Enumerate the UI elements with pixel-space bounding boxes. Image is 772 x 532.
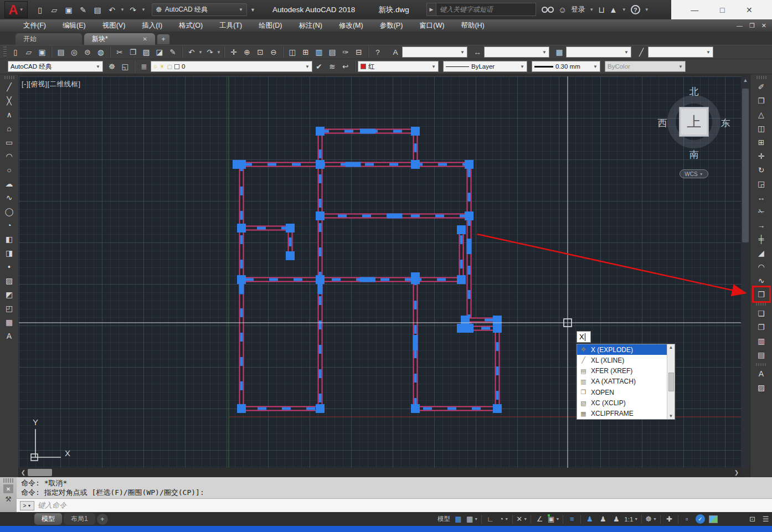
- menu-m[interactable]: 修改(M): [339, 21, 363, 30]
- lineweight-combo[interactable]: 0.30 mm ▼: [532, 61, 600, 72]
- viewcube-north[interactable]: 北: [687, 85, 701, 98]
- text-to-front-icon[interactable]: A: [754, 367, 769, 380]
- revision-cloud-icon[interactable]: ☁: [2, 177, 17, 190]
- publish-icon[interactable]: ⊜: [81, 46, 94, 58]
- mleader-style-combo[interactable]: ▼: [648, 47, 713, 58]
- new-icon[interactable]: ▯: [9, 46, 22, 58]
- object-snap-tracking-icon[interactable]: ∠: [533, 513, 546, 525]
- viewcube-west[interactable]: 西: [656, 117, 669, 130]
- tab-model[interactable]: 模型: [34, 513, 62, 525]
- mleader-style-icon[interactable]: ╱: [635, 46, 648, 58]
- text-style-combo[interactable]: ▼: [402, 47, 467, 58]
- rectangle-icon[interactable]: ▭: [2, 136, 17, 148]
- export-dwf-icon[interactable]: ◍: [94, 46, 107, 58]
- tool-palettes-icon[interactable]: ▥: [312, 46, 326, 58]
- trim-icon[interactable]: ✁: [754, 205, 769, 218]
- minimize-button[interactable]: —: [691, 6, 698, 14]
- scroll-thumb[interactable]: [668, 373, 674, 391]
- doc-restore-button[interactable]: ❐: [749, 22, 755, 29]
- annotation-scale-icon[interactable]: ♟: [610, 513, 622, 525]
- signin-dropdown-icon[interactable]: ▼: [589, 7, 594, 12]
- vertical-scrollbar[interactable]: ▲: [741, 76, 750, 468]
- explode-icon[interactable]: ❒: [754, 288, 769, 301]
- send-to-back-icon[interactable]: ❐: [754, 321, 769, 333]
- send-under-objects-icon[interactable]: ▤: [754, 348, 769, 361]
- scroll-right-icon[interactable]: ❯: [732, 469, 741, 476]
- mirror-icon[interactable]: △: [754, 108, 769, 121]
- hatch-to-back-icon[interactable]: ▨: [754, 381, 769, 394]
- menu-t[interactable]: 工具(T): [219, 21, 242, 30]
- toolbar-grip[interactable]: [4, 76, 14, 79]
- command-autocomplete-input[interactable]: X: [577, 331, 591, 343]
- redo-icon[interactable]: ↷: [126, 3, 140, 17]
- scroll-up-icon[interactable]: ▲: [743, 76, 748, 84]
- extend-icon[interactable]: →: [754, 219, 769, 231]
- workspace-settings-gear-icon[interactable]: ☸: [105, 60, 119, 73]
- toolbar-grip[interactable]: [756, 76, 766, 79]
- annotation-autoscale-icon[interactable]: ♟: [596, 513, 609, 525]
- popup-scrollbar[interactable]: ▲ ▼: [667, 344, 675, 419]
- quickcalc-icon[interactable]: ⊟: [352, 46, 366, 58]
- ellipse-arc-icon[interactable]: ◔: [2, 219, 17, 231]
- make-layer-current-icon[interactable]: ✔: [312, 60, 326, 73]
- open-file-icon[interactable]: ▱: [48, 3, 61, 17]
- command-suggestion[interactable]: ▧XC (XCLIP): [577, 397, 667, 408]
- insert-block-icon[interactable]: ◧: [2, 233, 17, 245]
- menu-p[interactable]: 参数(P): [380, 21, 403, 30]
- save-as-icon[interactable]: ✎: [76, 3, 90, 17]
- fillet-icon[interactable]: ◠: [754, 260, 769, 273]
- layer-previous-icon[interactable]: ↩: [339, 60, 352, 73]
- doc-minimize-button[interactable]: —: [737, 22, 743, 29]
- new-tab-button[interactable]: +: [157, 34, 169, 44]
- plot-preview-icon[interactable]: ◎: [68, 46, 81, 58]
- redo-dropdown-icon[interactable]: ▼: [141, 7, 146, 12]
- app-menu-button[interactable]: A▼: [4, 1, 28, 18]
- hardware-acceleration-icon[interactable]: [707, 513, 720, 525]
- help-icon[interactable]: ?: [631, 5, 640, 14]
- tab-start[interactable]: 开始: [16, 33, 82, 45]
- chevron-down-icon[interactable]: ▼: [555, 517, 559, 521]
- undo-icon[interactable]: ↶: [185, 46, 198, 58]
- search-input[interactable]: 键入关键字或短语: [436, 3, 536, 16]
- command-suggestion[interactable]: ❐XOPEN: [577, 387, 667, 397]
- match-properties-icon[interactable]: ✎: [166, 46, 179, 58]
- ellipse-icon[interactable]: ◯: [2, 205, 17, 218]
- a360-dropdown-icon[interactable]: ▼: [622, 7, 626, 12]
- color-combo[interactable]: 红 ▼: [358, 61, 439, 72]
- chevron-down-icon[interactable]: ▼: [505, 517, 508, 521]
- workspace-switching-icon[interactable]: ☸▼: [644, 513, 658, 525]
- bring-above-objects-icon[interactable]: ▥: [754, 334, 769, 347]
- scroll-up-icon[interactable]: ▲: [669, 345, 673, 350]
- layer-combo[interactable]: ○ ☀ ▢ 0 ▼: [151, 61, 312, 72]
- add-layout-button[interactable]: +: [97, 514, 108, 525]
- arc-icon[interactable]: ◠: [2, 149, 17, 162]
- linetype-combo[interactable]: ByLayer ▼: [443, 61, 527, 72]
- menu-o[interactable]: 格式(O): [179, 21, 203, 30]
- array-icon[interactable]: ⊞: [754, 136, 769, 148]
- status-menu-icon[interactable]: ☰: [759, 513, 772, 525]
- user-icon[interactable]: ☺: [558, 5, 567, 14]
- zoom-window-icon[interactable]: ⊡: [254, 46, 267, 58]
- object-snap-icon[interactable]: ▣▼: [547, 513, 560, 525]
- paste-icon[interactable]: ▨: [140, 46, 153, 58]
- circle-icon[interactable]: ○: [2, 163, 17, 176]
- close-button[interactable]: ✕: [746, 6, 753, 14]
- wcs-menu[interactable]: WCS ▼: [680, 169, 708, 178]
- horizontal-scrollbar[interactable]: ❮ ❯: [19, 468, 741, 477]
- help-icon[interactable]: ?: [371, 46, 384, 58]
- model-space-button[interactable]: 模型: [436, 513, 451, 525]
- scale-icon[interactable]: ◲: [754, 177, 769, 190]
- markup-icon[interactable]: ✑: [339, 46, 352, 58]
- command-suggestion[interactable]: ❖X (EXPLODE): [577, 344, 667, 355]
- menu-e[interactable]: 编辑(E): [63, 21, 86, 30]
- zoom-realtime-icon[interactable]: ⊕: [240, 46, 254, 58]
- command-suggestion[interactable]: ╱XL (XLINE): [577, 355, 667, 365]
- chevron-down-icon[interactable]: ▼: [653, 517, 657, 521]
- move-icon[interactable]: ✛: [754, 149, 769, 162]
- isolate-objects-icon[interactable]: ▫: [681, 513, 693, 525]
- maximize-button[interactable]: □: [720, 6, 724, 14]
- undo-dropdown-icon[interactable]: ▼: [198, 50, 203, 55]
- save-icon[interactable]: ▣: [35, 46, 49, 58]
- open-icon[interactable]: ▱: [22, 46, 35, 58]
- customize-plus-icon[interactable]: ✚: [663, 513, 676, 525]
